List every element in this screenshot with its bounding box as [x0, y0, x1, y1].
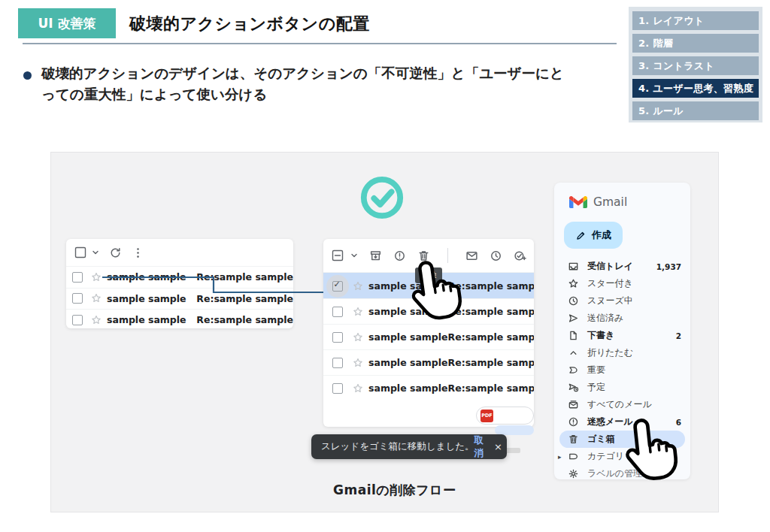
row-checkbox[interactable] — [72, 272, 83, 283]
sidebar-item-label: 重要 — [587, 364, 605, 376]
clock-icon — [568, 295, 579, 307]
mail-sender: sample sample — [368, 357, 448, 368]
undo-button[interactable]: 取消 — [474, 434, 484, 460]
nav-menu-item[interactable]: 4. ユーザー思考、習熟度 — [632, 79, 759, 98]
collapse-icon — [568, 347, 579, 358]
nav-menu-item[interactable]: 5. ルール — [632, 101, 759, 120]
undo-toast: スレッドをゴミ箱に移動しました。 取消 × — [311, 434, 507, 459]
task-add-icon[interactable] — [514, 249, 526, 262]
gmail-wordmark: Gmail — [593, 195, 627, 209]
attachment-row: PDF — [323, 401, 534, 427]
star-icon[interactable] — [352, 280, 364, 292]
draft-icon — [568, 330, 579, 341]
mail-row[interactable]: sample sample Re:sample sample — [323, 324, 534, 349]
nav-menu-item[interactable]: 2. 階層 — [632, 34, 759, 53]
row-checkbox[interactable] — [332, 383, 343, 394]
row-checkbox[interactable] — [72, 293, 83, 304]
sidebar-item[interactable]: ▸ 予定 — [554, 379, 690, 396]
sidebar-item[interactable]: ▸ 受信トレイ 1,937 — [554, 258, 690, 275]
schedule-icon — [568, 382, 579, 393]
important-icon — [568, 364, 579, 376]
flow-connector-arrow — [98, 271, 346, 301]
attachment-chip[interactable]: PDF — [476, 407, 534, 425]
star-icon[interactable] — [352, 306, 364, 318]
star-icon[interactable] — [352, 357, 364, 369]
sidebar-item-label: 折りたたむ — [587, 346, 633, 359]
mail-toolbar — [66, 239, 293, 266]
clock-icon[interactable] — [490, 249, 502, 262]
pencil-icon — [575, 230, 587, 241]
slide-nav-menu: 1. レイアウト 2. 階層 3. コントラスト 4. ユーザー思考、習熟度 5… — [629, 7, 762, 122]
gmail-m-icon — [569, 195, 587, 209]
sidebar-item-count: 1,937 — [656, 262, 681, 271]
all-mail-icon — [568, 399, 579, 410]
trash-icon — [568, 434, 579, 445]
gear-icon — [568, 468, 579, 479]
kebab-icon[interactable] — [132, 246, 144, 259]
sidebar-item[interactable]: ▸ 重要 — [554, 361, 690, 379]
star-icon — [568, 278, 579, 289]
row-checkbox[interactable] — [332, 281, 343, 292]
compose-label: 作成 — [592, 228, 611, 242]
hand-cursor-icon — [399, 252, 471, 330]
row-checkbox[interactable] — [332, 332, 343, 343]
star-icon[interactable] — [352, 382, 364, 394]
compose-button[interactable]: 作成 — [564, 222, 623, 249]
row-checkbox[interactable] — [332, 307, 343, 317]
mail-row[interactable]: sample sample Re:sample sample — [323, 375, 534, 401]
mail-subject: Re:sample sample — [448, 357, 534, 368]
title-divider — [23, 43, 617, 44]
mail-row[interactable]: sample sample Re:sample sample — [323, 349, 534, 375]
gmail-logo: Gmail — [554, 183, 690, 209]
expander-icon[interactable]: ▸ — [558, 453, 562, 461]
sidebar-item-label: 下書き — [587, 329, 614, 342]
mail-sender: sample sample — [368, 382, 448, 394]
spam-icon — [568, 416, 579, 428]
nav-menu-item[interactable]: 3. コントラスト — [632, 56, 759, 75]
archive-icon[interactable] — [369, 249, 382, 262]
nav-menu-item[interactable]: 1. レイアウト — [632, 11, 759, 30]
sidebar-item[interactable]: ▸ 送信済み — [554, 310, 690, 327]
mail-sender: sample sample — [107, 314, 196, 325]
sidebar-item-label: ゴミ箱 — [587, 433, 615, 446]
sidebar-item-label: 予定 — [587, 381, 605, 394]
pdf-icon: PDF — [480, 410, 493, 422]
envelope-icon[interactable] — [465, 249, 478, 262]
send-icon — [568, 313, 579, 324]
mail-subject: Re:sample sample — [448, 331, 534, 343]
refresh-icon[interactable] — [109, 246, 122, 259]
sidebar-item-label: 送信済み — [587, 312, 623, 325]
check-circle-icon — [359, 174, 405, 221]
sidebar-item-label: スヌーズ中 — [587, 295, 633, 307]
sidebar-item[interactable]: ▸ スヌーズ中 — [554, 292, 690, 310]
sidebar-item-count: 2 — [676, 331, 681, 340]
sidebar-item-label: すべてのメール — [587, 398, 652, 411]
row-checkbox[interactable] — [332, 358, 343, 368]
hand-cursor-icon — [614, 411, 687, 490]
mail-row[interactable]: sample sample Re:sample sample — [66, 309, 293, 328]
slide-badge: UI 改善策 — [18, 8, 116, 38]
mail-sender: sample sample — [368, 331, 448, 343]
select-checkbox-icon[interactable] — [74, 246, 87, 259]
close-icon[interactable]: × — [494, 441, 502, 452]
sidebar-item-label: スター付き — [587, 277, 633, 290]
star-icon[interactable] — [90, 314, 102, 326]
mail-subject: Re:sample sample — [196, 314, 293, 325]
sidebar-item[interactable]: ▸ 下書き 2 — [554, 327, 690, 344]
caret-down-icon[interactable] — [92, 249, 99, 256]
mail-subject: Re:sample sample — [448, 382, 534, 394]
select-minus-checkbox-icon[interactable] — [331, 249, 344, 262]
inbox-icon — [568, 261, 579, 272]
sidebar-item-label: 受信トレイ — [587, 260, 633, 273]
row-checkbox[interactable] — [72, 315, 83, 325]
caret-down-icon[interactable] — [350, 252, 358, 259]
sidebar-item[interactable]: ▸ すべてのメール — [554, 396, 690, 413]
figure-caption: Gmailの削除フロー — [333, 482, 456, 499]
page-title: 破壊的アクションボタンの配置 — [129, 13, 370, 35]
sidebar-item[interactable]: ▸ スター付き — [554, 275, 690, 292]
star-icon[interactable] — [352, 331, 364, 343]
bullet-dot — [23, 71, 32, 80]
category-icon — [568, 451, 579, 462]
sidebar-item[interactable]: ▸ 折りたたむ — [554, 344, 690, 361]
toast-message: スレッドをゴミ箱に移動しました。 — [321, 440, 474, 453]
